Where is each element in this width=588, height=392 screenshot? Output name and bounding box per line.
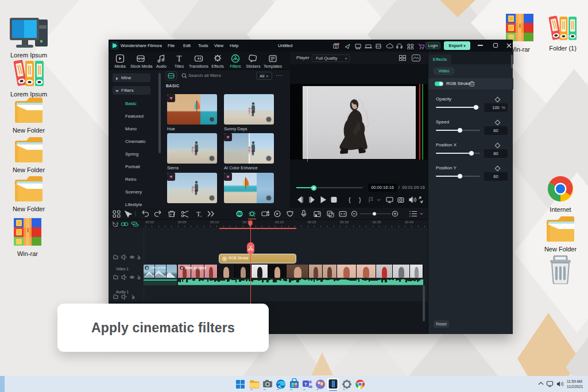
svg-text:T: T [177, 55, 182, 63]
svg-text:{: { [349, 196, 351, 203]
svg-text:T: T [304, 382, 307, 387]
svg-text:T: T [196, 210, 201, 218]
svg-text:}: } [359, 196, 361, 203]
